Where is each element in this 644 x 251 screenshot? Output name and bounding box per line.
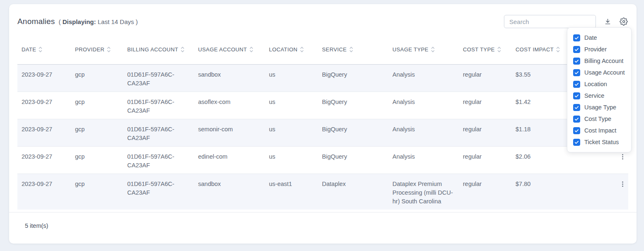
cell-cost-impact: $7.80 bbox=[511, 174, 568, 210]
column-menu-item-usage-type[interactable]: Usage Type bbox=[567, 101, 631, 113]
settings-button[interactable] bbox=[619, 17, 628, 26]
column-header-label: USAGE ACCOUNT bbox=[198, 46, 247, 53]
cell-cost-impact: $1.18 bbox=[511, 119, 568, 147]
column-menu-item-label: Usage Type bbox=[584, 104, 616, 111]
checkbox-checked[interactable] bbox=[573, 116, 580, 123]
cell-cost-impact: $2.06 bbox=[511, 147, 568, 174]
row-actions-button[interactable] bbox=[620, 180, 625, 188]
row-actions-button[interactable] bbox=[620, 152, 625, 161]
item-count: 5 item(s) bbox=[25, 222, 48, 229]
column-menu-item-provider[interactable]: Provider bbox=[567, 43, 631, 55]
column-menu-item-location[interactable]: Location bbox=[567, 78, 631, 90]
column-header-label: PROVIDER bbox=[75, 46, 104, 53]
checkbox-checked[interactable] bbox=[573, 81, 580, 88]
checkmark-icon bbox=[574, 140, 579, 145]
page-title: Anomalies bbox=[17, 17, 55, 26]
gear-icon bbox=[620, 17, 628, 26]
title-wrap: Anomalies ( Displaying: Last 14 Days ) bbox=[17, 17, 138, 26]
column-header-label: SERVICE bbox=[322, 46, 347, 53]
sort-icon bbox=[107, 46, 111, 53]
checkmark-icon bbox=[574, 94, 579, 98]
column-header-label: DATE bbox=[22, 46, 36, 53]
column-visibility-menu: DateProviderBilling AccountUsage Account… bbox=[567, 27, 632, 152]
anomalies-table: DATEPROVIDERBILLING ACCOUNTUSAGE ACCOUNT… bbox=[17, 32, 628, 210]
sort-icon bbox=[181, 46, 184, 53]
column-menu-item-label: Location bbox=[584, 81, 607, 87]
anomalies-card: Anomalies ( Displaying: Last 14 Days ) D… bbox=[9, 4, 637, 244]
checkbox-checked[interactable] bbox=[573, 92, 580, 99]
column-header-date[interactable]: DATE bbox=[17, 32, 71, 65]
cell-date: 2023-09-27 bbox=[17, 147, 71, 174]
checkbox-checked[interactable] bbox=[573, 104, 580, 111]
cell-date: 2023-09-27 bbox=[17, 174, 71, 210]
column-menu-item-service[interactable]: Service bbox=[567, 90, 631, 101]
kebab-icon bbox=[622, 154, 623, 159]
column-menu-item-cost-type[interactable]: Cost Type bbox=[567, 113, 631, 125]
checkbox-checked[interactable] bbox=[573, 139, 580, 146]
cell-usage-account: semonir-com bbox=[194, 119, 265, 147]
cell-location: us bbox=[265, 92, 318, 119]
table-footer: 5 item(s) bbox=[9, 212, 637, 244]
card-header: Anomalies ( Displaying: Last 14 Days ) bbox=[9, 4, 637, 28]
column-header-billing-account[interactable]: BILLING ACCOUNT bbox=[123, 32, 194, 65]
table-row: 2023-09-27gcp01D61F-597A6C-CA23AFsandbox… bbox=[17, 174, 628, 210]
sort-icon bbox=[300, 46, 304, 53]
table-row: 2023-09-27gcp01D61F-597A6C-CA23AFsandbox… bbox=[17, 65, 628, 92]
cell-cost-type: regular bbox=[459, 119, 511, 147]
cell-provider: gcp bbox=[71, 119, 123, 147]
checkmark-icon bbox=[574, 82, 579, 87]
column-menu-item-label: Cost Impact bbox=[584, 127, 616, 134]
checkmark-icon bbox=[574, 36, 579, 40]
download-button[interactable] bbox=[603, 17, 612, 26]
search-input[interactable] bbox=[504, 15, 596, 28]
table-row: 2023-09-27gcp01D61F-597A6C-CA23AFsemonir… bbox=[17, 119, 628, 147]
cell-cost-type: regular bbox=[459, 147, 511, 174]
cell-date: 2023-09-27 bbox=[17, 65, 71, 92]
sort-icon bbox=[249, 46, 253, 53]
cell-service: BigQuery bbox=[318, 119, 388, 147]
column-header-label: USAGE TYPE bbox=[392, 46, 429, 53]
displaying-label: Displaying: bbox=[63, 18, 96, 25]
table-row: 2023-09-27gcp01D61F-597A6C-CA23AFedinel-… bbox=[17, 147, 628, 174]
table-header-row: DATEPROVIDERBILLING ACCOUNTUSAGE ACCOUNT… bbox=[17, 32, 628, 65]
table-row: 2023-09-27gcp01D61F-597A6C-CA23AFasoflex… bbox=[17, 92, 628, 119]
cell-date: 2023-09-27 bbox=[17, 119, 71, 147]
column-header-usage-account[interactable]: USAGE ACCOUNT bbox=[194, 32, 265, 65]
cell-service: BigQuery bbox=[318, 147, 388, 174]
column-header-label: COST IMPACT bbox=[516, 46, 554, 53]
column-header-cost-impact[interactable]: COST IMPACT bbox=[511, 32, 568, 65]
column-menu-item-billing-account[interactable]: Billing Account bbox=[567, 55, 631, 67]
column-menu-item-date[interactable]: Date bbox=[567, 32, 631, 43]
cell-usage-type: Analysis bbox=[388, 147, 459, 174]
cell-cost-impact: $3.55 bbox=[511, 65, 568, 92]
sort-icon bbox=[431, 46, 435, 53]
column-header-provider[interactable]: PROVIDER bbox=[71, 32, 123, 65]
kebab-icon bbox=[622, 181, 623, 187]
checkbox-checked[interactable] bbox=[573, 46, 580, 53]
checkbox-checked[interactable] bbox=[573, 34, 580, 41]
checkbox-checked[interactable] bbox=[573, 69, 580, 76]
column-menu-item-label: Cost Type bbox=[584, 116, 611, 122]
cell-billing-account: 01D61F-597A6C-CA23AF bbox=[123, 147, 194, 174]
checkmark-icon bbox=[574, 117, 579, 121]
cell-provider: gcp bbox=[71, 174, 123, 210]
cell-provider: gcp bbox=[71, 147, 123, 174]
column-menu-item-usage-account[interactable]: Usage Account bbox=[567, 67, 631, 78]
column-header-label: COST TYPE bbox=[463, 46, 495, 53]
cell-usage-account: sandbox bbox=[194, 65, 265, 92]
page-subtitle: ( Displaying: Last 14 Days ) bbox=[59, 18, 138, 25]
column-header-location[interactable]: LOCATION bbox=[265, 32, 318, 65]
checkbox-checked[interactable] bbox=[573, 58, 580, 65]
column-menu-item-label: Date bbox=[584, 34, 597, 41]
download-icon bbox=[604, 18, 612, 26]
column-menu-item-cost-impact[interactable]: Cost Impact bbox=[567, 125, 631, 136]
checkbox-checked[interactable] bbox=[573, 127, 580, 134]
column-header-usage-type[interactable]: USAGE TYPE bbox=[388, 32, 459, 65]
column-header-cost-type[interactable]: COST TYPE bbox=[459, 32, 511, 65]
checkmark-icon bbox=[574, 70, 579, 75]
column-header-service[interactable]: SERVICE bbox=[318, 32, 388, 65]
column-menu-item-ticket-status[interactable]: Ticket Status bbox=[567, 136, 631, 148]
cell-actions bbox=[568, 174, 628, 210]
cell-usage-type: Analysis bbox=[388, 92, 459, 119]
cell-usage-type: Analysis bbox=[388, 119, 459, 147]
